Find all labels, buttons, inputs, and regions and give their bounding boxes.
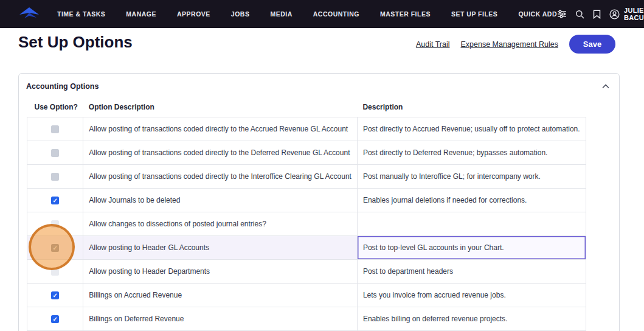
- table-row: ✓ Allow posting of transactions coded di…: [27, 117, 586, 141]
- nav-item-accounting[interactable]: ACCOUNTING: [313, 10, 359, 18]
- table-row: ✓ Billings on Accrued Revenue Lets you i…: [27, 283, 586, 307]
- checkbox[interactable]: ✓: [51, 268, 59, 276]
- checkbox[interactable]: ✓: [51, 220, 59, 228]
- nav-item-manage[interactable]: MANAGE: [126, 10, 156, 18]
- checkbox[interactable]: ✓: [51, 244, 59, 252]
- option-description-cell: Billings on Deferred Revenue: [83, 307, 358, 330]
- option-description-cell: Allow posting to Header GL Accounts: [83, 235, 358, 259]
- table-header-row: Use Option? Option Description Descripti…: [27, 97, 586, 117]
- checkbox[interactable]: ✓: [51, 149, 59, 157]
- table-row: ✓ Allow posting of transactions coded di…: [27, 141, 586, 164]
- use-option-cell: ✓: [27, 235, 83, 259]
- use-option-cell: ✓: [27, 164, 83, 188]
- option-description-cell: Billings on Accrued Revenue: [83, 283, 358, 307]
- section-title: Accounting Options: [26, 82, 99, 91]
- use-option-cell: ✓: [27, 283, 83, 307]
- option-description-cell: Allow Journals to be deleted: [83, 188, 358, 212]
- accounting-options-card: Accounting Options Use Option? Option De…: [18, 73, 620, 331]
- table-row: ✓ Allow changes to dissections of posted…: [27, 212, 586, 235]
- option-description-cell: Allow posting of transactions coded dire…: [83, 164, 358, 188]
- top-navigation-bar: TIME & TASKS MANAGE APPROVE JOBS MEDIA A…: [0, 0, 644, 28]
- nav-item-master-files[interactable]: MASTER FILES: [380, 10, 431, 18]
- use-option-cell: ✓: [27, 117, 83, 141]
- header-option-desc: Option Description: [83, 97, 358, 117]
- option-description-cell: Allow changes to dissections of posted j…: [83, 212, 358, 235]
- option-description-cell: Allow posting of transactions coded dire…: [83, 117, 358, 141]
- options-table: Use Option? Option Description Descripti…: [27, 97, 586, 331]
- app-logo-icon[interactable]: [18, 6, 44, 22]
- table-row: ✓ Billings on Deferred Revenue Enables b…: [27, 307, 586, 330]
- use-option-cell: ✓: [27, 188, 83, 212]
- description-cell[interactable]: Enables billing on deferred revenue proj…: [357, 307, 586, 330]
- nav-right-controls: JULIE ANN BACULIO: [557, 7, 644, 21]
- user-avatar-icon: [609, 9, 620, 19]
- use-option-cell: ✓: [27, 259, 83, 283]
- description-cell[interactable]: Enables journal deletions if needed for …: [357, 188, 586, 212]
- table-row: ✓ Allow Journals to be deleted Enables j…: [27, 188, 586, 212]
- sliders-icon[interactable]: [557, 9, 567, 19]
- description-cell-focused[interactable]: Post to top-level GL accounts in your Ch…: [357, 235, 586, 259]
- nav-menu: TIME & TASKS MANAGE APPROVE JOBS MEDIA A…: [57, 10, 557, 18]
- use-option-cell: ✓: [27, 307, 83, 330]
- checkbox[interactable]: ✓: [51, 315, 59, 323]
- audit-trail-link[interactable]: Audit Trail: [416, 40, 450, 49]
- table-row-highlighted: ✓ Allow posting to Header GL Accounts Po…: [27, 235, 586, 259]
- description-cell[interactable]: Post to department headers: [357, 259, 586, 283]
- user-menu[interactable]: JULIE ANN BACULIO: [609, 7, 644, 21]
- description-cell[interactable]: Post directly to Accrued Revenue; usuall…: [357, 117, 586, 141]
- table-row: ✓ Allow posting of transactions coded di…: [27, 164, 586, 188]
- use-option-cell: ✓: [27, 141, 83, 164]
- page-title: Set Up Options: [18, 33, 133, 52]
- nav-item-approve[interactable]: APPROVE: [177, 10, 210, 18]
- user-name-label: JULIE ANN BACULIO: [624, 7, 644, 21]
- save-button[interactable]: Save: [569, 35, 615, 54]
- checkbox[interactable]: ✓: [51, 125, 59, 133]
- checkbox[interactable]: ✓: [51, 173, 59, 181]
- nav-item-quick-add[interactable]: QUICK ADD: [518, 10, 557, 18]
- expense-management-rules-link[interactable]: Expense Management Rules: [460, 40, 558, 49]
- option-description-cell: Allow posting to Header Departments: [83, 259, 358, 283]
- nav-item-time-tasks[interactable]: TIME & TASKS: [57, 10, 105, 18]
- description-cell[interactable]: Lets you invoice from accrued revenue jo…: [357, 283, 586, 307]
- description-cell[interactable]: Post manually to Interoffice GL; for int…: [357, 164, 586, 188]
- chevron-up-icon[interactable]: [601, 82, 611, 91]
- bookmark-icon[interactable]: [593, 9, 601, 19]
- nav-item-media[interactable]: MEDIA: [270, 10, 292, 18]
- option-description-cell: Allow posting of transactions coded dire…: [83, 141, 358, 164]
- nav-item-jobs[interactable]: JOBS: [231, 10, 250, 18]
- header-description: Description: [357, 97, 586, 117]
- use-option-cell: ✓: [27, 212, 83, 235]
- nav-item-set-up-files[interactable]: SET UP FILES: [451, 10, 497, 18]
- description-cell[interactable]: [357, 212, 586, 235]
- checkbox[interactable]: ✓: [51, 197, 59, 204]
- checkbox[interactable]: ✓: [51, 291, 59, 299]
- search-icon[interactable]: [575, 9, 584, 19]
- table-row: ✓ Allow posting to Header Departments Po…: [27, 259, 586, 283]
- page-header: Set Up Options Audit Trail Expense Manag…: [0, 28, 644, 73]
- description-cell[interactable]: Post directly to Deferred Revenue; bypas…: [357, 141, 586, 164]
- header-use-option: Use Option?: [27, 97, 83, 117]
